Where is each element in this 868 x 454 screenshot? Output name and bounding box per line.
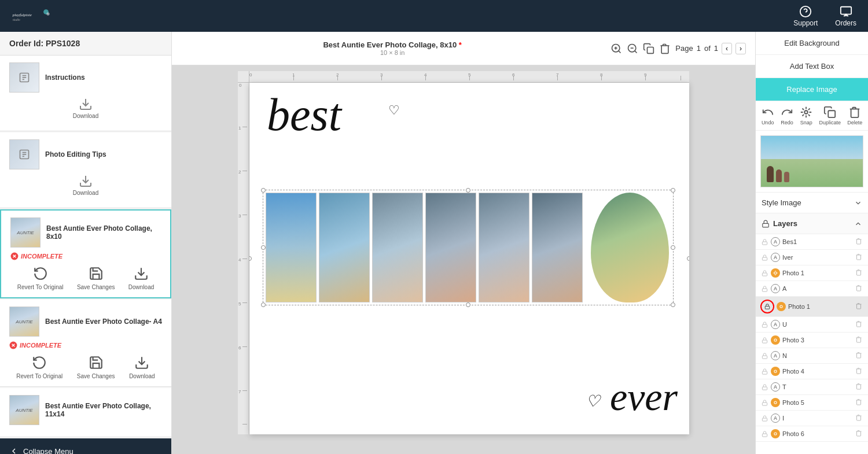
delete-canvas-btn[interactable] bbox=[659, 43, 671, 54]
layer-item-iver[interactable]: A Iver bbox=[756, 250, 868, 265]
top-navigation: playfulpixie studio Support Orders bbox=[0, 0, 868, 32]
layer-delete-btn-6[interactable] bbox=[855, 320, 863, 328]
layer-item-photo1b[interactable]: Photo 1 bbox=[756, 297, 868, 317]
delete-layer-btn[interactable]: Delete bbox=[847, 106, 862, 126]
orders-nav-item[interactable]: Orders bbox=[835, 5, 856, 27]
a4-save-btn[interactable]: Save Changes bbox=[77, 354, 115, 379]
top-nav-right: Support Orders bbox=[793, 5, 856, 27]
chevron-down-icon bbox=[854, 199, 862, 207]
instructions-download-btn[interactable]: Download bbox=[9, 97, 162, 119]
a4-download-btn[interactable]: Download bbox=[129, 354, 155, 379]
svg-point-43 bbox=[780, 305, 782, 308]
layer-item-photo4[interactable]: Photo 4 bbox=[756, 364, 868, 379]
support-nav-item[interactable]: Support bbox=[793, 5, 818, 27]
svg-rect-47 bbox=[762, 356, 767, 359]
vertical-ruler: 0 1 2 3 4 5 6 7 bbox=[238, 83, 249, 434]
layer-delete-btn-10[interactable] bbox=[855, 383, 863, 391]
layer-type-text-icon-4: A bbox=[771, 320, 780, 329]
style-image-row[interactable]: Style Image bbox=[756, 193, 868, 213]
layer-delete-btn-7[interactable] bbox=[855, 336, 863, 344]
layer-delete-btn-12[interactable] bbox=[855, 414, 863, 422]
preview-image bbox=[760, 135, 863, 187]
layer-delete-btn-4[interactable] bbox=[855, 285, 863, 293]
duplicate-btn[interactable]: Duplicate bbox=[819, 106, 841, 126]
sidebar-item-instructions: Instructions Download bbox=[0, 56, 171, 131]
layer-delete-btn-2[interactable] bbox=[855, 253, 863, 261]
svg-line-27 bbox=[619, 50, 621, 53]
revert-to-original-btn[interactable]: Revert To Original bbox=[17, 265, 64, 290]
zoom-out-btn[interactable] bbox=[627, 43, 638, 54]
letter-i-block[interactable] bbox=[479, 193, 529, 302]
next-page-btn[interactable]: › bbox=[735, 43, 746, 54]
svg-rect-41 bbox=[762, 289, 767, 291]
letter-t-block[interactable] bbox=[425, 193, 476, 302]
copy-btn[interactable] bbox=[643, 43, 654, 54]
snap-btn[interactable]: Snap bbox=[800, 106, 812, 126]
layer-item-best1[interactable]: A Bes1 bbox=[756, 234, 868, 250]
layer-type-photo-icon-2 bbox=[777, 302, 786, 311]
layer-type-text-icon-2: A bbox=[771, 253, 780, 262]
layer-lock-circle bbox=[760, 300, 774, 313]
canvas-main-row: 0 1 2 3 4 5 6 7 bbox=[238, 83, 689, 434]
layer-delete-btn-11[interactable] bbox=[855, 398, 863, 407]
svg-point-34 bbox=[804, 110, 808, 114]
layer-delete-btn-8[interactable] bbox=[855, 352, 863, 360]
svg-line-31 bbox=[635, 50, 637, 53]
app-logo: playfulpixie studio bbox=[12, 6, 52, 26]
chevron-up-icon bbox=[854, 220, 862, 228]
add-text-box-btn[interactable]: Add Text Box bbox=[756, 55, 868, 78]
canvas-title-block: Best Auntie Ever Photo Collage, 8x10 * 1… bbox=[181, 40, 604, 56]
sidebar-item-11x14: AUNTIE Best Auntie Ever Photo Collage, 1… bbox=[0, 388, 171, 437]
canvas-toolbar: Best Auntie Ever Photo Collage, 8x10 * 1… bbox=[172, 32, 755, 65]
a4-revert-btn[interactable]: Revert To Original bbox=[16, 354, 62, 379]
layer-item-photo6[interactable]: Photo 6 bbox=[756, 426, 868, 442]
edit-background-btn[interactable]: Edit Background bbox=[756, 32, 868, 55]
layer-item-i[interactable]: A I bbox=[756, 411, 868, 426]
undo-btn[interactable]: Undo bbox=[762, 106, 774, 126]
horizontal-ruler: 0 1 2 3 4 5 6 bbox=[249, 71, 689, 83]
replace-image-btn[interactable]: Replace Image bbox=[756, 78, 868, 101]
svg-point-46 bbox=[774, 339, 777, 341]
letter-n-block[interactable] bbox=[372, 193, 423, 302]
layer-delete-btn-13[interactable] bbox=[855, 430, 863, 438]
8x10-title: Best Auntie Ever Photo Collage, 8x10 bbox=[46, 224, 161, 241]
layer-type-text-icon-5: A bbox=[771, 351, 780, 360]
letter-u-block[interactable] bbox=[319, 193, 370, 302]
8x10-thumbnail: AUNTIE bbox=[10, 217, 41, 248]
download-btn[interactable]: Download bbox=[128, 265, 154, 290]
collapse-menu-btn[interactable]: Collapse Menu bbox=[0, 438, 171, 454]
layer-delete-btn[interactable] bbox=[855, 238, 863, 246]
layer-item-a[interactable]: A A bbox=[756, 281, 868, 297]
layer-type-photo-icon-5 bbox=[771, 398, 780, 407]
layer-delete-btn-9[interactable] bbox=[855, 367, 863, 375]
layer-item-photo3[interactable]: Photo 3 bbox=[756, 333, 868, 348]
svg-point-55 bbox=[774, 433, 777, 435]
canvas-scroll-area[interactable]: 0 1 2 3 4 5 6 bbox=[172, 65, 755, 454]
zoom-in-btn[interactable] bbox=[610, 43, 622, 54]
layer-delete-btn-3[interactable] bbox=[855, 269, 863, 277]
layer-lock-icon bbox=[760, 238, 768, 246]
layer-item-t[interactable]: A T bbox=[756, 379, 868, 395]
layer-item-n[interactable]: A N bbox=[756, 348, 868, 364]
layer-item-photo1a[interactable]: Photo 1 bbox=[756, 265, 868, 281]
layer-type-photo-icon-4 bbox=[771, 367, 780, 376]
redo-btn[interactable]: Redo bbox=[781, 106, 793, 126]
layer-item-photo5[interactable]: Photo 5 bbox=[756, 395, 868, 411]
photo-tips-download-btn[interactable]: Download bbox=[9, 174, 162, 196]
letter-a-block[interactable] bbox=[266, 193, 317, 302]
prev-page-btn[interactable]: ‹ bbox=[722, 43, 732, 54]
svg-rect-33 bbox=[648, 47, 654, 53]
letter-e-block[interactable] bbox=[532, 193, 583, 302]
instructions-thumbnail bbox=[9, 62, 39, 93]
heart-photo-block[interactable] bbox=[591, 193, 669, 302]
save-changes-btn[interactable]: Save Changes bbox=[77, 265, 115, 290]
design-canvas[interactable]: best ♡ bbox=[249, 83, 689, 434]
layer-item-u[interactable]: A U bbox=[756, 317, 868, 333]
layer-lock-icon-2 bbox=[760, 253, 768, 261]
layer-lock-icon-4 bbox=[760, 285, 768, 293]
svg-rect-48 bbox=[762, 371, 767, 374]
layer-delete-btn-5[interactable] bbox=[855, 302, 863, 311]
left-sidebar: Order Id: PPS1028 Instructions Download bbox=[0, 32, 172, 454]
svg-point-49 bbox=[774, 370, 777, 372]
layer-lock-icon-8 bbox=[760, 367, 768, 375]
